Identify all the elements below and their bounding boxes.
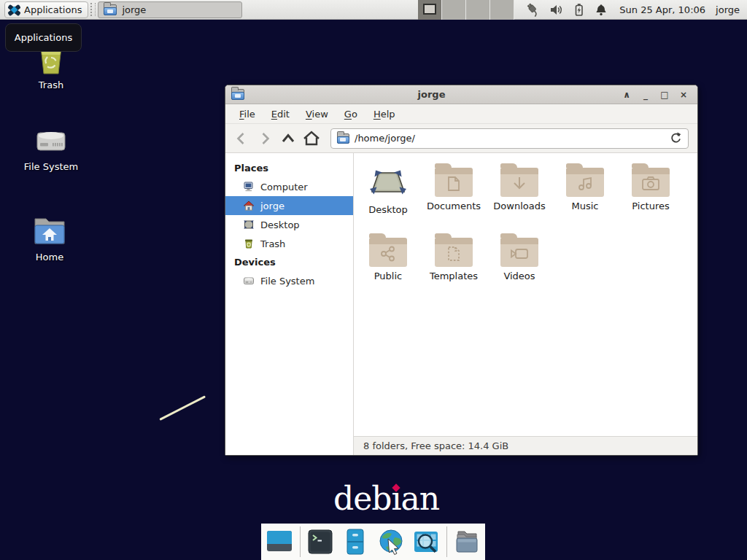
panel-username[interactable]: jorge [716,4,740,15]
network-icon[interactable] [526,3,540,17]
desktop-icon-label: Trash [39,79,63,90]
desktop-icon-home[interactable]: Home [12,214,88,262]
directory-menu-icon [452,527,481,556]
file-item-desktop[interactable]: Desktop [355,162,421,232]
sidebar-item-jorge[interactable]: jorge [225,196,353,215]
directory-menu-button[interactable] [452,526,483,558]
sidebar-item-filesystem[interactable]: File System [225,271,353,290]
sidebar-item-trash[interactable]: Trash [225,234,353,253]
file-label: Videos [503,271,535,281]
file-manager-launcher[interactable] [340,526,371,558]
videos-folder-icon [500,238,538,267]
file-cabinet-icon [341,527,370,556]
show-desktop-button[interactable] [264,526,295,558]
file-item-videos[interactable]: Videos [487,232,552,302]
maximize-button[interactable]: □ [657,88,673,102]
web-browser-launcher[interactable] [376,526,407,558]
distro-logo-icon [8,4,20,16]
sidebar-header-places: Places [225,159,353,177]
file-label: Documents [427,201,481,211]
panel-clock[interactable]: Sun 25 Apr, 10:06 [619,4,705,15]
window-folder-icon [104,4,117,15]
notifications-icon[interactable] [595,3,608,17]
battery-icon[interactable] [573,3,585,17]
home-button[interactable] [301,128,322,149]
workspace-4[interactable] [490,0,514,20]
path-text[interactable]: /home/jorge/ [355,133,665,144]
web-browser-icon [376,527,406,556]
logo-text-part1: deb [333,480,391,517]
logo-text-part2: an [400,480,439,517]
file-item-pictures[interactable]: Pictures [618,162,684,232]
file-item-templates[interactable]: Templates [421,232,487,302]
application-finder-icon [411,527,441,556]
file-item-documents[interactable]: Documents [421,162,487,232]
file-item-music[interactable]: Music [552,162,618,232]
workspace-3[interactable] [466,0,490,20]
menu-view[interactable]: View [298,106,336,122]
terminal-launcher[interactable] [304,526,336,558]
back-button[interactable] [231,128,252,149]
documents-folder-icon [435,168,473,197]
sidebar: Places Computer [225,153,354,455]
location-bar[interactable]: /home/jorge/ [330,128,689,149]
music-folder-icon [566,168,604,197]
taskbar-window-label: jorge [122,4,146,15]
file-label: Templates [430,271,478,281]
path-folder-icon [337,133,349,144]
sidebar-item-label: jorge [260,201,285,211]
workspace-window-thumb [423,4,436,15]
sidebar-item-label: Desktop [260,219,300,230]
titlebar[interactable]: jorge ∧ _ □ × [225,85,697,104]
file-manager-window: jorge ∧ _ □ × File Edit View Go Help [225,85,698,456]
menu-go[interactable]: Go [336,106,365,122]
desktop-icon-label: File System [24,161,78,172]
toolbar: /home/jorge/ [225,124,697,153]
minimize-button[interactable]: _ [638,88,654,102]
up-button[interactable] [278,128,298,149]
sidebar-header-devices: Devices [225,253,353,271]
forward-button[interactable] [255,128,275,149]
file-grid[interactable]: Desktop Documents [354,153,697,436]
volume-icon[interactable] [549,3,563,17]
desktop-icon-filesystem[interactable]: File System [13,124,89,172]
top-panel: Applications jorge [0,0,747,20]
desktop-folder-icon [368,166,409,201]
desktop-small-icon [243,219,255,230]
workspace-1[interactable] [418,0,442,20]
application-finder-launcher[interactable] [411,526,442,558]
sidebar-item-desktop[interactable]: Desktop [225,215,353,234]
home-icon [243,200,255,211]
window-icon[interactable] [231,89,244,100]
file-label: Pictures [632,201,669,211]
dock-separator [446,526,447,557]
close-button[interactable]: × [676,88,692,102]
drive-small-icon [243,275,255,287]
menubar: File Edit View Go Help [225,104,697,124]
panel-handle[interactable] [90,3,96,16]
file-label: Music [572,201,599,211]
menu-file[interactable]: File [231,106,263,122]
show-desktop-icon [265,527,294,556]
applications-menu-button[interactable]: Applications [4,1,88,18]
templates-folder-icon [435,238,473,267]
statusbar: 8 folders, Free space: 14.4 GiB [354,436,697,455]
pictures-folder-icon [632,168,670,197]
dock-separator [300,526,301,557]
taskbar-window-button[interactable]: jorge [98,1,242,18]
workspace-2[interactable] [442,0,466,20]
main-pane: Desktop Documents [354,153,697,455]
file-item-public[interactable]: Public [355,232,421,302]
reload-icon[interactable] [670,131,682,146]
sidebar-item-label: Trash [260,238,285,249]
computer-icon [243,181,255,192]
menu-edit[interactable]: Edit [263,106,298,122]
file-label: Desktop [368,204,408,215]
file-item-downloads[interactable]: Downloads [487,162,552,232]
trash-small-icon [243,238,255,249]
terminal-icon [306,527,335,556]
applications-tooltip: Applications [5,23,82,52]
menu-help[interactable]: Help [365,106,403,122]
sidebar-item-computer[interactable]: Computer [225,177,353,196]
shade-button[interactable]: ∧ [619,88,635,102]
